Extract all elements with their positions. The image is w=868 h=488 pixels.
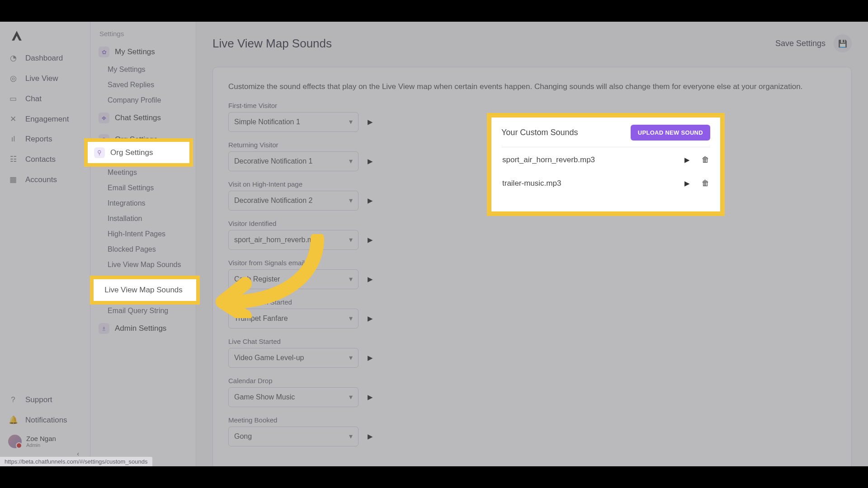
nav-label: Support bbox=[25, 395, 52, 404]
sound-event-label: Meeting Booked bbox=[228, 416, 481, 424]
org-icon: ⚲ bbox=[94, 147, 105, 158]
chevron-down-icon: ▾ bbox=[349, 157, 353, 165]
chevron-down-icon: ▾ bbox=[349, 353, 353, 362]
nav-label: Chat bbox=[25, 94, 42, 103]
sound-select[interactable]: Gong▾ bbox=[228, 427, 359, 446]
sound-events-column: First-time VisitorSimple Notification 1▾… bbox=[228, 102, 481, 455]
play-icon[interactable]: ▶ bbox=[684, 156, 690, 164]
highlight-org-settings[interactable]: ⚲ Org Settings bbox=[84, 138, 193, 167]
highlight-label: Live View Map Sounds bbox=[104, 286, 183, 295]
sound-select-value: Simple Notification 1 bbox=[234, 118, 300, 126]
sub-my-settings[interactable]: My Settings bbox=[90, 62, 196, 77]
custom-sound-row: sport_air_horn_reverb.mp3 ▶ 🗑 bbox=[501, 147, 710, 168]
nav-support[interactable]: ?Support bbox=[0, 390, 90, 410]
chevron-down-icon: ▾ bbox=[349, 393, 353, 401]
sound-select[interactable]: Trumpet Fanfare▾ bbox=[228, 309, 359, 328]
sound-select[interactable]: Video Game Level-up▾ bbox=[228, 348, 359, 368]
sound-select[interactable]: Decorative Notification 1▾ bbox=[228, 151, 359, 171]
custom-sound-row: trailer-music.mp3 ▶ 🗑 bbox=[501, 168, 710, 192]
play-icon[interactable]: ▶ bbox=[368, 432, 373, 441]
sound-select[interactable]: Game Show Music▾ bbox=[228, 387, 359, 407]
sub-saved-replies[interactable]: Saved Replies bbox=[90, 77, 196, 93]
delete-icon[interactable]: 🗑 bbox=[702, 179, 709, 188]
sound-select[interactable]: Simple Notification 1▾ bbox=[228, 112, 359, 132]
chevron-down-icon: ▾ bbox=[349, 196, 353, 205]
sub-installation[interactable]: Installation bbox=[90, 211, 196, 226]
play-icon[interactable]: ▶ bbox=[368, 275, 373, 283]
section-title: My Settings bbox=[115, 47, 155, 56]
sound-row: Game Show Music▾▶ bbox=[228, 387, 481, 407]
section-admin-settings[interactable]: ♗Admin Settings bbox=[90, 319, 196, 338]
sound-select[interactable]: sport_air_horn_reverb.mp3▾ bbox=[228, 230, 359, 250]
page-description: Customize the sound effects that play on… bbox=[228, 81, 836, 93]
sound-select-value: Trumpet Fanfare bbox=[234, 314, 288, 323]
play-icon[interactable]: ▶ bbox=[368, 157, 373, 165]
nav-user[interactable]: Zoe Ngan Admin bbox=[0, 430, 90, 453]
collapse-nav-icon[interactable]: ‹ bbox=[77, 450, 79, 457]
sound-row: Decorative Notification 2▾▶ bbox=[228, 191, 481, 211]
highlight-live-view-sounds[interactable]: Live View Map Sounds bbox=[90, 276, 200, 305]
highlight-label: Org Settings bbox=[110, 148, 153, 157]
sound-event-label: Visitor from Signals email bbox=[228, 259, 481, 267]
reports-icon: ıl bbox=[8, 135, 18, 144]
nav-label: Notifications bbox=[25, 416, 67, 425]
sound-select-value: Game Show Music bbox=[234, 393, 295, 401]
sound-select[interactable]: Cash Register▾ bbox=[228, 269, 359, 289]
engagement-icon: ✕ bbox=[8, 114, 18, 124]
sound-select-value: sport_air_horn_reverb.mp3 bbox=[234, 236, 321, 244]
custom-sounds-title: Your Custom Sounds bbox=[501, 128, 578, 137]
nav-label: Dashboard bbox=[25, 54, 63, 63]
nav-chat[interactable]: ▭Chat bbox=[0, 89, 90, 109]
nav-contacts[interactable]: ☷Contacts bbox=[0, 149, 90, 169]
sound-select[interactable]: Decorative Notification 2▾ bbox=[228, 191, 359, 211]
delete-icon[interactable]: 🗑 bbox=[702, 155, 709, 164]
nav-dashboard[interactable]: ◔Dashboard bbox=[0, 48, 90, 68]
play-icon[interactable]: ▶ bbox=[368, 354, 373, 362]
sound-select-value: Gong bbox=[234, 432, 252, 441]
nav-reports[interactable]: ılReports bbox=[0, 129, 90, 149]
sound-row: Decorative Notification 1▾▶ bbox=[228, 151, 481, 171]
sub-integrations[interactable]: Integrations bbox=[90, 196, 196, 211]
nav-liveview[interactable]: ◎Live View bbox=[0, 68, 90, 89]
play-icon[interactable]: ▶ bbox=[368, 393, 373, 401]
custom-sound-name: trailer-music.mp3 bbox=[502, 179, 561, 188]
sound-event-label: First-time Visitor bbox=[228, 102, 481, 109]
play-icon[interactable]: ▶ bbox=[368, 236, 373, 244]
nav-label: Contacts bbox=[25, 155, 56, 164]
sub-email-settings[interactable]: Email Settings bbox=[90, 180, 196, 196]
nav-notifications[interactable]: 🔔Notifications bbox=[0, 410, 90, 430]
contacts-icon: ☷ bbox=[8, 155, 18, 164]
sound-field: Visitor Identifiedsport_air_horn_reverb.… bbox=[228, 220, 481, 250]
play-icon[interactable]: ▶ bbox=[368, 197, 373, 205]
save-button[interactable]: 💾 bbox=[834, 34, 852, 52]
sound-field: Visit on High-Intent pageDecorative Noti… bbox=[228, 180, 481, 211]
nav-accounts[interactable]: ▦Accounts bbox=[0, 169, 90, 190]
chevron-down-icon: ▾ bbox=[349, 314, 353, 323]
admin-icon: ♗ bbox=[99, 323, 109, 334]
user-name: Zoe Ngan bbox=[26, 435, 56, 443]
upload-new-sound-button[interactable]: UPLOAD NEW SOUND bbox=[631, 125, 710, 141]
section-my-settings[interactable]: ✿My Settings bbox=[90, 42, 196, 62]
dashboard-icon: ◔ bbox=[8, 53, 18, 63]
sound-event-label: Calendar Drop bbox=[228, 377, 481, 385]
sub-company-profile[interactable]: Company Profile bbox=[90, 93, 196, 108]
section-chat-settings[interactable]: ❖Chat Settings bbox=[90, 108, 196, 128]
play-icon[interactable]: ▶ bbox=[368, 314, 373, 323]
settings-heading: Settings bbox=[90, 28, 196, 42]
sub-sounds[interactable]: Live View Map Sounds bbox=[90, 257, 196, 272]
nav-engagement[interactable]: ✕Engagement bbox=[0, 109, 90, 129]
page-header: Live View Map Sounds Save Settings 💾 bbox=[212, 34, 852, 52]
sound-event-label: Visit on High-Intent page bbox=[228, 180, 481, 188]
play-icon[interactable]: ▶ bbox=[684, 179, 690, 188]
nav-label: Reports bbox=[25, 135, 52, 144]
sub-high-intent[interactable]: High-Intent Pages bbox=[90, 226, 196, 242]
section-title: Chat Settings bbox=[115, 113, 161, 122]
sound-event-label: Visitor Identified bbox=[228, 220, 481, 227]
main-content: Live View Map Sounds Save Settings 💾 Cus… bbox=[196, 22, 868, 466]
nav-footer: ?Support 🔔Notifications Zoe Ngan Admin bbox=[0, 390, 90, 466]
sub-email-query[interactable]: Email Query String bbox=[90, 303, 196, 319]
sub-meetings[interactable]: Meetings bbox=[90, 165, 196, 180]
sound-event-label: Live Chat Started bbox=[228, 338, 481, 345]
play-icon[interactable]: ▶ bbox=[368, 118, 373, 126]
sub-blocked[interactable]: Blocked Pages bbox=[90, 242, 196, 257]
